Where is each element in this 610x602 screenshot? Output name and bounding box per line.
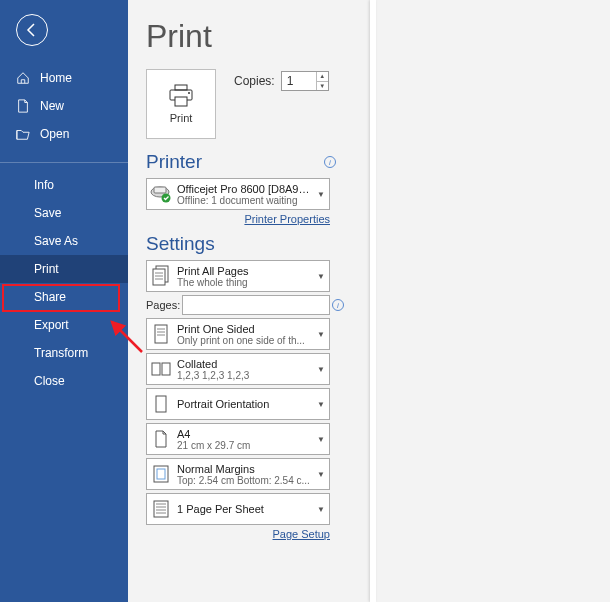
chevron-down-icon: ▼ (313, 400, 329, 409)
sidebar-item-label: Info (34, 178, 54, 192)
svg-rect-1 (175, 85, 187, 90)
setting-paper-size[interactable]: A421 cm x 29.7 cm ▼ (146, 423, 330, 455)
folder-open-icon (16, 127, 30, 141)
back-button[interactable] (16, 14, 48, 46)
sidebar-item-open[interactable]: Open (0, 120, 128, 148)
page-one-icon (153, 324, 169, 344)
setting-sides[interactable]: Print One SidedOnly print on one side of… (146, 318, 330, 350)
page-setup-link[interactable]: Page Setup (273, 528, 331, 540)
copies-input[interactable]: 1 ▲ ▼ (281, 71, 329, 91)
pages-input[interactable] (182, 295, 330, 315)
portrait-icon (154, 395, 168, 413)
info-icon[interactable]: i (324, 156, 336, 168)
svg-rect-19 (156, 396, 166, 412)
sidebar-item-new[interactable]: New (0, 92, 128, 120)
sidebar-item-print[interactable]: Print (0, 255, 128, 283)
sidebar-item-save[interactable]: Save (0, 199, 128, 227)
sidebar-item-export[interactable]: Export (0, 311, 128, 339)
setting-collation[interactable]: Collated1,2,3 1,2,3 1,2,3 ▼ (146, 353, 330, 385)
settings-heading: Settings (146, 233, 215, 255)
file-icon (16, 99, 30, 113)
chevron-down-icon: ▼ (313, 435, 329, 444)
sidebar-item-transform[interactable]: Transform (0, 339, 128, 367)
sidebar-item-label: Home (40, 71, 72, 85)
print-panel: Print Print Copies: 1 ▲ ▼ Printer i (128, 0, 610, 602)
printer-dropdown[interactable]: Officejet Pro 8600 [D8A926] Offline: 1 d… (146, 178, 330, 210)
info-icon[interactable]: i (332, 299, 344, 311)
chevron-down-icon: ▼ (313, 330, 329, 339)
sidebar-item-label: Save As (34, 234, 78, 248)
sidebar-item-label: Share (34, 290, 66, 304)
page-per-icon (153, 500, 169, 518)
print-button[interactable]: Print (146, 69, 216, 139)
svg-rect-22 (154, 501, 168, 517)
backstage-sidebar: Home New Open Info Save Save As Print Sh… (0, 0, 128, 602)
sidebar-item-info[interactable]: Info (0, 171, 128, 199)
sidebar-item-label: New (40, 99, 64, 113)
page-blank-icon (154, 430, 168, 448)
copies-spinner[interactable]: ▲ ▼ (316, 72, 328, 90)
svg-rect-9 (153, 269, 165, 285)
page-title: Print (146, 18, 610, 55)
svg-point-7 (162, 194, 171, 203)
margins-icon (153, 465, 169, 483)
sidebar-item-label: Open (40, 127, 69, 141)
setting-print-range[interactable]: Print All PagesThe whole thing ▼ (146, 260, 330, 292)
setting-pages-per-sheet[interactable]: 1 Page Per Sheet ▼ (146, 493, 330, 525)
spin-down-icon[interactable]: ▼ (317, 82, 328, 91)
pages-all-icon (152, 265, 170, 287)
sidebar-item-label: Save (34, 206, 61, 220)
printer-status-icon (150, 185, 172, 203)
sidebar-item-label: Export (34, 318, 69, 332)
chevron-down-icon: ▼ (313, 470, 329, 479)
chevron-down-icon: ▼ (313, 505, 329, 514)
svg-rect-17 (152, 363, 160, 375)
svg-rect-18 (162, 363, 170, 375)
sidebar-item-label: Transform (34, 346, 88, 360)
preview-divider (370, 0, 376, 602)
printer-properties-link[interactable]: Printer Properties (244, 213, 330, 225)
sidebar-item-label: Print (34, 262, 59, 276)
svg-rect-6 (154, 187, 166, 193)
sidebar-divider (0, 162, 128, 163)
setting-margins[interactable]: Normal MarginsTop: 2.54 cm Bottom: 2.54 … (146, 458, 330, 490)
collated-icon (151, 360, 171, 378)
chevron-down-icon: ▼ (313, 190, 329, 199)
sidebar-item-saveas[interactable]: Save As (0, 227, 128, 255)
svg-rect-3 (175, 97, 187, 106)
home-icon (16, 71, 30, 85)
sidebar-item-close[interactable]: Close (0, 367, 128, 395)
chevron-down-icon: ▼ (313, 365, 329, 374)
sidebar-item-label: Close (34, 374, 65, 388)
print-button-label: Print (170, 112, 193, 124)
sidebar-item-share[interactable]: Share (0, 283, 128, 311)
setting-orientation[interactable]: Portrait Orientation ▼ (146, 388, 330, 420)
svg-rect-20 (154, 466, 168, 482)
copies-value: 1 (287, 74, 294, 88)
printer-status: Offline: 1 document waiting (177, 195, 311, 206)
back-arrow-icon (24, 22, 40, 38)
printer-icon (167, 84, 195, 108)
spin-up-icon[interactable]: ▲ (317, 72, 328, 82)
printer-heading: Printer (146, 151, 202, 173)
pages-label: Pages: (146, 299, 180, 311)
chevron-down-icon: ▼ (313, 272, 329, 281)
printer-name: Officejet Pro 8600 [D8A926] (177, 183, 311, 195)
sidebar-item-home[interactable]: Home (0, 64, 128, 92)
copies-label: Copies: (234, 74, 275, 88)
svg-rect-13 (155, 325, 167, 343)
svg-point-4 (188, 92, 190, 94)
